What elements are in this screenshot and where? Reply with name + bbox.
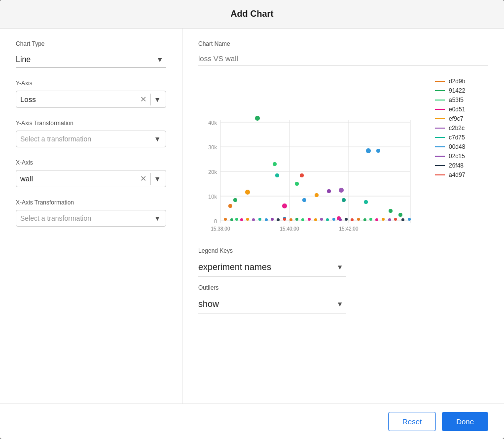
svg-text:0: 0 [214, 218, 217, 224]
x-axis-clear-button[interactable]: ✕ [138, 174, 148, 183]
x-axis-transform-label: X-Axis Transformation [16, 199, 166, 206]
legend-item-label: 91422 [449, 87, 465, 94]
legend-color-line [435, 174, 445, 175]
svg-point-37 [398, 213, 402, 217]
legend-item: 02c15 [435, 153, 465, 160]
svg-point-39 [230, 218, 233, 221]
svg-point-59 [351, 218, 354, 221]
svg-point-64 [382, 218, 385, 221]
chart-name-group: Chart Name [198, 40, 488, 66]
y-axis-transform-dropdown-button[interactable]: ▼ [153, 135, 162, 143]
legend-item: ef9c7 [435, 115, 465, 122]
legend-item-label: c2b2c [449, 125, 465, 132]
chart-svg: 0 10k 20k 30k 40k [198, 78, 425, 236]
svg-point-22 [282, 203, 287, 208]
chart-legend: d2d9b 91422 a53f5 e0d51 ef9c7 c2b2c c7d7… [425, 78, 465, 178]
x-axis-transform-dropdown-button[interactable]: ▼ [153, 214, 162, 222]
right-panel: Chart Name 0 10k 20k 30k 40k [182, 29, 504, 404]
svg-point-41 [240, 218, 243, 221]
y-axis-transform-placeholder: Select a transformation [20, 133, 153, 145]
legend-item: 91422 [435, 87, 465, 94]
y-axis-wrapper: ✕ ▼ [16, 91, 166, 108]
legend-item-label: d2d9b [449, 78, 465, 85]
legend-color-line [435, 100, 445, 101]
svg-point-42 [246, 218, 249, 221]
legend-item: c7d75 [435, 134, 465, 141]
y-axis-group: Y-Axis ✕ ▼ [16, 80, 166, 108]
x-axis-divider [150, 173, 151, 185]
x-axis-transform-wrapper: Select a transformation ▼ [16, 210, 166, 227]
bottom-section: Legend Keys experiment names run names c… [198, 247, 488, 313]
y-axis-dropdown-button[interactable]: ▼ [153, 96, 162, 103]
modal-footer: Reset Done [0, 404, 504, 439]
svg-text:15:38:00: 15:38:00 [211, 226, 230, 232]
x-axis-input[interactable] [20, 172, 138, 185]
y-axis-input[interactable] [20, 93, 138, 105]
svg-point-20 [273, 162, 277, 166]
svg-point-26 [315, 193, 319, 197]
chart-plot: 0 10k 20k 30k 40k [198, 78, 425, 236]
chart-container: 0 10k 20k 30k 40k [198, 78, 488, 236]
x-axis-label: X-Axis [16, 159, 166, 166]
x-axis-transform-placeholder: Select a transformation [20, 212, 153, 224]
svg-point-63 [375, 218, 378, 221]
svg-point-44 [258, 218, 261, 221]
legend-item-label: 02c15 [449, 153, 465, 160]
svg-point-50 [295, 218, 298, 221]
outliers-group: Outliers show hide ▼ [198, 284, 488, 313]
modal-title: Add Chart [12, 9, 492, 19]
svg-point-49 [289, 218, 292, 221]
reset-button[interactable]: Reset [388, 412, 436, 431]
svg-point-35 [364, 200, 368, 204]
svg-text:10k: 10k [208, 194, 217, 200]
legend-item: 00d48 [435, 143, 465, 150]
chart-type-select[interactable]: Line Bar Scatter Area [16, 51, 166, 68]
svg-point-32 [302, 198, 306, 202]
chart-name-label: Chart Name [198, 40, 488, 47]
svg-point-57 [339, 218, 342, 221]
svg-text:40k: 40k [208, 120, 217, 126]
y-axis-transform-group: Y-Axis Transformation Select a transform… [16, 120, 166, 147]
outliers-select-wrapper[interactable]: show hide ▼ [198, 295, 346, 313]
legend-color-line [435, 128, 445, 129]
add-chart-modal: Add Chart Chart Type Line Bar Scatter Ar… [0, 0, 504, 439]
svg-point-36 [389, 209, 393, 213]
legend-item-label: a4d97 [449, 171, 465, 178]
svg-point-19 [275, 173, 279, 177]
done-button[interactable]: Done [442, 412, 488, 431]
chart-name-input[interactable] [198, 51, 488, 66]
legend-keys-select-wrapper[interactable]: experiment names run names custom ▼ [198, 258, 346, 276]
svg-point-18 [233, 198, 237, 202]
legend-item: d2d9b [435, 78, 465, 85]
x-axis-dropdown-button[interactable]: ▼ [153, 175, 162, 183]
legend-item: c2b2c [435, 125, 465, 132]
legend-item-label: 00d48 [449, 143, 465, 150]
svg-text:15:42:00: 15:42:00 [339, 226, 359, 232]
outliers-select[interactable]: show hide [198, 295, 346, 313]
legend-keys-select[interactable]: experiment names run names custom [198, 258, 346, 276]
legend-color-line [435, 156, 445, 157]
y-axis-clear-button[interactable]: ✕ [138, 95, 148, 104]
svg-point-48 [283, 218, 286, 221]
svg-point-52 [308, 218, 311, 221]
svg-point-67 [401, 218, 404, 221]
svg-point-53 [314, 218, 317, 221]
svg-point-58 [345, 218, 348, 221]
y-axis-divider [150, 94, 151, 105]
y-axis-transform-label: Y-Axis Transformation [16, 120, 166, 127]
svg-point-45 [265, 218, 268, 221]
svg-point-23 [300, 173, 304, 177]
svg-text:30k: 30k [208, 144, 217, 150]
svg-point-38 [224, 218, 227, 221]
chart-area: 0 10k 20k 30k 40k [198, 78, 488, 236]
svg-text:20k: 20k [208, 169, 217, 175]
svg-point-56 [332, 218, 335, 221]
legend-item-label: e0d51 [449, 106, 465, 113]
svg-point-30 [366, 148, 371, 153]
svg-point-47 [277, 218, 280, 221]
svg-point-28 [339, 188, 344, 193]
x-axis-group: X-Axis ✕ ▼ [16, 159, 166, 187]
chart-type-select-wrapper[interactable]: Line Bar Scatter Area ▼ [16, 51, 166, 68]
svg-point-31 [376, 149, 380, 153]
legend-keys-label: Legend Keys [198, 247, 488, 254]
